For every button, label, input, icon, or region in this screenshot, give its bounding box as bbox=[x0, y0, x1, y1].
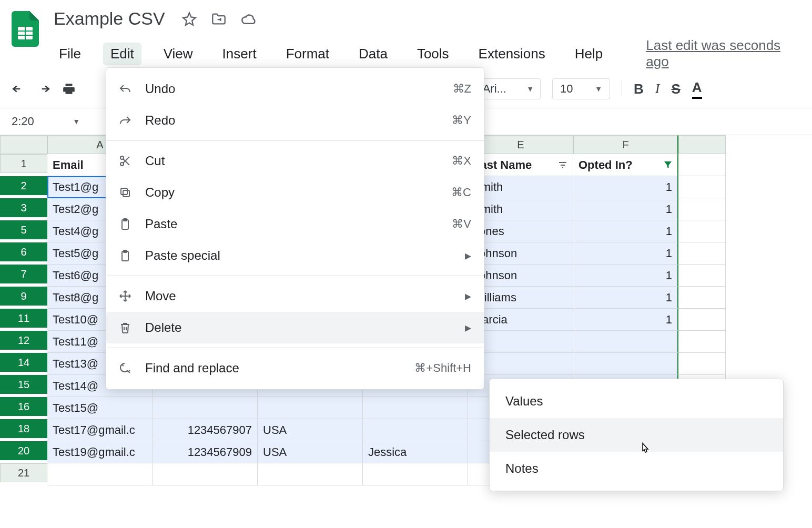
strikethrough-button[interactable]: S bbox=[671, 81, 680, 97]
filter-icon[interactable] bbox=[558, 161, 567, 169]
font-size-dropdown[interactable]: 10 ▼ bbox=[552, 78, 610, 99]
cell[interactable]: Test15@ bbox=[47, 397, 153, 419]
cell[interactable] bbox=[678, 265, 726, 287]
menu-tools[interactable]: Tools bbox=[410, 43, 456, 65]
menu-shortcut: ⌘Y bbox=[452, 114, 471, 127]
cell[interactable]: 1 bbox=[573, 309, 678, 331]
cell-header-f[interactable]: Opted In? bbox=[573, 154, 678, 176]
menu-edit[interactable]: Edit bbox=[103, 43, 141, 65]
cell[interactable]: USA bbox=[258, 419, 363, 441]
filter-active-icon[interactable] bbox=[664, 161, 672, 169]
menu-format[interactable]: Format bbox=[279, 43, 337, 65]
print-icon[interactable] bbox=[62, 83, 76, 95]
menu-undo[interactable]: Undo ⌘Z bbox=[106, 73, 484, 105]
submenu-selected-rows[interactable]: Selected rows bbox=[490, 418, 783, 452]
cell[interactable] bbox=[678, 154, 726, 176]
chevron-down-icon: ▼ bbox=[526, 85, 534, 93]
docs-header: Example CSV File Edit View Insert Format… bbox=[0, 0, 812, 70]
cell[interactable]: 1234567909 bbox=[153, 441, 258, 463]
cell[interactable] bbox=[573, 353, 678, 375]
move-to-folder-icon[interactable] bbox=[211, 13, 226, 25]
menu-label: Delete bbox=[145, 320, 453, 335]
last-edit-link[interactable]: Last edit was seconds ago bbox=[646, 37, 801, 70]
cell[interactable]: Jessica bbox=[363, 441, 468, 463]
cell[interactable]: 1 bbox=[573, 287, 678, 309]
submenu-notes[interactable]: Notes bbox=[490, 452, 783, 485]
cell[interactable]: USA bbox=[258, 441, 363, 463]
row-header[interactable]: 7 bbox=[0, 265, 47, 283]
cell[interactable] bbox=[678, 176, 726, 198]
column-header-g[interactable] bbox=[678, 135, 726, 154]
cell[interactable] bbox=[258, 463, 363, 485]
undo-icon[interactable] bbox=[12, 84, 25, 94]
menu-extensions[interactable]: Extensions bbox=[471, 43, 553, 65]
move-icon bbox=[119, 290, 134, 302]
copy-icon bbox=[119, 186, 134, 199]
cell[interactable] bbox=[678, 198, 726, 220]
text-color-button[interactable]: A bbox=[692, 79, 702, 99]
menu-cut[interactable]: Cut ⌘X bbox=[106, 145, 484, 177]
row-header[interactable]: 11 bbox=[0, 309, 47, 328]
menu-insert[interactable]: Insert bbox=[215, 43, 264, 65]
menu-paste[interactable]: Paste ⌘V bbox=[106, 208, 484, 240]
cell[interactable] bbox=[678, 309, 726, 331]
row-header[interactable]: 15 bbox=[0, 375, 47, 394]
cell[interactable]: 1 bbox=[573, 176, 678, 198]
cell[interactable]: Test17@gmail.c bbox=[47, 419, 153, 441]
cell[interactable] bbox=[258, 397, 363, 419]
menu-move[interactable]: Move ▸ bbox=[106, 280, 484, 312]
row-header[interactable]: 21 bbox=[0, 463, 47, 482]
row-header[interactable]: 14 bbox=[0, 353, 47, 372]
undo-icon bbox=[119, 84, 134, 94]
cell[interactable] bbox=[678, 353, 726, 375]
cell[interactable]: 1 bbox=[573, 220, 678, 242]
document-title[interactable]: Example CSV bbox=[52, 7, 167, 30]
cell[interactable] bbox=[363, 463, 468, 485]
menu-find-replace[interactable]: Find and replace ⌘+Shift+H bbox=[106, 352, 484, 384]
cell[interactable] bbox=[363, 397, 468, 419]
menu-view[interactable]: View bbox=[156, 43, 200, 65]
cell[interactable] bbox=[153, 397, 258, 419]
cell[interactable]: 1234567907 bbox=[153, 419, 258, 441]
cell[interactable]: 1 bbox=[573, 265, 678, 287]
menu-delete[interactable]: Delete ▸ bbox=[106, 312, 484, 343]
row-header[interactable]: 3 bbox=[0, 198, 47, 217]
star-icon[interactable] bbox=[182, 12, 197, 26]
cell[interactable]: 1 bbox=[573, 242, 678, 265]
row-header[interactable]: 20 bbox=[0, 441, 47, 460]
row-header[interactable]: 12 bbox=[0, 331, 47, 350]
row-header[interactable]: 1 bbox=[0, 154, 47, 173]
cell[interactable] bbox=[153, 463, 258, 485]
menu-file[interactable]: File bbox=[52, 43, 88, 65]
menu-paste-special[interactable]: Paste special ▸ bbox=[106, 240, 484, 271]
menu-data[interactable]: Data bbox=[351, 43, 395, 65]
cell[interactable]: Test19@gmail.c bbox=[47, 441, 153, 463]
bold-button[interactable]: B bbox=[634, 81, 644, 97]
menu-help[interactable]: Help bbox=[567, 43, 610, 65]
cell[interactable]: 1 bbox=[573, 198, 678, 220]
cell[interactable] bbox=[47, 463, 153, 485]
row-header[interactable]: 16 bbox=[0, 397, 47, 416]
row-header[interactable]: 9 bbox=[0, 287, 47, 306]
italic-button[interactable]: I bbox=[655, 81, 660, 97]
menu-copy[interactable]: Copy ⌘C bbox=[106, 177, 484, 208]
cursor-pointer-icon bbox=[639, 442, 652, 456]
cloud-status-icon[interactable] bbox=[241, 13, 257, 25]
row-header[interactable]: 6 bbox=[0, 242, 47, 261]
submenu-values[interactable]: Values bbox=[490, 384, 783, 418]
select-all-corner[interactable] bbox=[0, 135, 47, 154]
sheets-logo-icon[interactable] bbox=[11, 11, 40, 47]
cell[interactable] bbox=[678, 220, 726, 242]
cell[interactable] bbox=[678, 331, 726, 353]
column-header-f[interactable]: F bbox=[573, 135, 678, 154]
row-header[interactable]: 18 bbox=[0, 419, 47, 438]
row-header[interactable]: 5 bbox=[0, 220, 47, 239]
cell[interactable] bbox=[573, 331, 678, 353]
cell[interactable] bbox=[363, 419, 468, 441]
name-box[interactable]: 2:20 ▼ bbox=[6, 113, 85, 130]
row-header[interactable]: 2 bbox=[0, 176, 47, 195]
redo-icon[interactable] bbox=[37, 84, 50, 94]
menu-redo[interactable]: Redo ⌘Y bbox=[106, 105, 484, 136]
cell[interactable] bbox=[678, 287, 726, 309]
cell[interactable] bbox=[678, 242, 726, 265]
